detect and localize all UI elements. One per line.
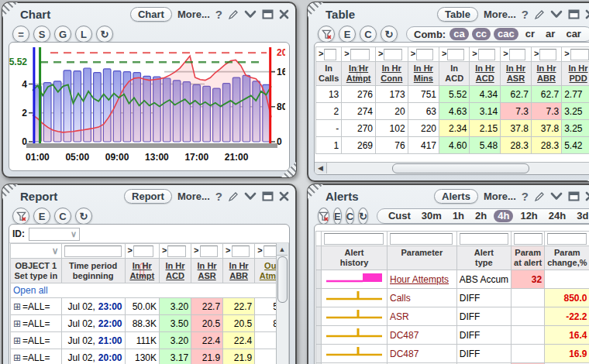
filter-input[interactable] xyxy=(539,49,556,60)
panel-type-button[interactable]: Report xyxy=(124,189,172,204)
column-header[interactable]: In HrMins xyxy=(408,62,439,86)
object-filter-combo[interactable]: ∨ xyxy=(11,244,62,259)
s-button[interactable]: S xyxy=(33,26,50,43)
refresh-icon[interactable]: ↻ xyxy=(96,26,113,43)
filter-input[interactable] xyxy=(447,49,463,60)
column-header[interactable]: Time periodbeginning xyxy=(61,259,125,283)
alert-row[interactable]: DC487DIFF16.9 xyxy=(316,345,589,363)
time-range-12h[interactable]: 12h xyxy=(516,210,541,222)
column-header[interactable]: InCalls xyxy=(316,62,342,86)
table-row[interactable]: 132761737515.524.3462.762.72.77 xyxy=(316,86,589,103)
edit-pencil-icon[interactable] xyxy=(228,9,239,20)
time-range-3d[interactable]: 3d xyxy=(573,210,589,222)
column-header[interactable]: In HrConn xyxy=(376,62,408,86)
report-titlebar[interactable]: Report Report More... ? xyxy=(3,185,295,206)
parameter-link[interactable]: Calls xyxy=(388,289,457,307)
column-header[interactable]: OBJECT 1Set type in xyxy=(11,259,62,283)
report-row[interactable]: ⊞=ALL=Jul 02,22:0088.3K3.5020.520.583. xyxy=(11,315,289,332)
comb-option-car[interactable]: car xyxy=(562,28,585,40)
column-header[interactable]: Alerttype xyxy=(456,246,511,270)
report-row[interactable]: ⊞=ALL=Jul 02,21:00111K3.2022.422.411 xyxy=(11,332,289,349)
time-range-Cust[interactable]: Cust xyxy=(384,210,415,222)
column-header[interactable]: In HrPDD xyxy=(562,62,589,86)
filter-input[interactable] xyxy=(232,246,250,257)
column-header[interactable]: In HrACD xyxy=(470,62,501,86)
column-header[interactable]: In HrASR xyxy=(501,62,532,86)
filter-input[interactable] xyxy=(570,49,589,60)
filter-input[interactable] xyxy=(514,233,542,245)
edit-pencil-icon[interactable] xyxy=(228,191,239,202)
column-header[interactable]: Paramat alert xyxy=(512,246,545,270)
export-button[interactable]: E xyxy=(33,208,50,225)
filter-input[interactable] xyxy=(478,49,495,60)
time-series-chart[interactable]: 0245.5208001600203501:0005:0009:0013:001… xyxy=(9,43,285,167)
filter-input[interactable] xyxy=(547,233,587,245)
filter-input[interactable] xyxy=(167,246,185,257)
collapse-chevron-icon[interactable] xyxy=(244,10,257,19)
help-icon[interactable]: ? xyxy=(522,9,529,20)
parameter-link[interactable]: ASR xyxy=(388,307,457,326)
column-header[interactable]: In HrABR xyxy=(223,259,255,283)
more-button[interactable]: More... xyxy=(177,9,210,20)
time-range-30m[interactable]: 30m xyxy=(418,210,446,222)
more-button[interactable]: More... xyxy=(484,9,516,20)
column-header[interactable]: ⇧In HrAtmpt xyxy=(342,62,376,86)
time-range-1h[interactable]: 1h xyxy=(449,210,468,222)
filter-input[interactable] xyxy=(509,49,526,60)
panel-type-button[interactable]: Alerts xyxy=(434,189,478,204)
expand-plus-icon[interactable]: ⊞ xyxy=(13,318,21,329)
scroll-left-icon[interactable]: ◀ xyxy=(315,163,327,173)
table-row[interactable]: -2701022202.342.1537.837.83.25 xyxy=(316,120,589,137)
scroll-up-icon[interactable]: ▲ xyxy=(277,243,288,256)
comb-option-cr[interactable]: cr xyxy=(522,28,539,40)
filter-input[interactable] xyxy=(460,233,508,245)
maximize-window-icon[interactable] xyxy=(568,191,580,201)
refresh-icon[interactable]: ↻ xyxy=(358,208,368,225)
expand-plus-icon[interactable]: ⊞ xyxy=(13,301,21,312)
maximize-window-icon[interactable] xyxy=(262,191,274,201)
column-header[interactable]: In HrABR xyxy=(531,62,561,86)
clear-button[interactable]: C xyxy=(360,26,377,43)
parameter-link[interactable]: DC487 xyxy=(388,326,457,345)
alert-row[interactable]: CallsDIFF850.0 xyxy=(316,289,589,307)
more-button[interactable]: More... xyxy=(484,191,516,202)
export-button[interactable]: E xyxy=(339,26,356,43)
scrollbar-thumb[interactable] xyxy=(392,163,529,173)
column-header[interactable]: Parameter xyxy=(388,246,457,270)
export-button[interactable]: E xyxy=(333,208,342,225)
panel-type-button[interactable]: Chart xyxy=(130,7,172,22)
parameter-link[interactable]: Hour Attempts xyxy=(388,270,457,289)
filter-funnel-icon[interactable] xyxy=(318,26,335,43)
vertical-scrollbar[interactable]: ▲ xyxy=(276,243,288,364)
clear-button[interactable]: C xyxy=(346,208,354,225)
collapse-chevron-icon[interactable] xyxy=(550,10,563,19)
help-icon[interactable]: ? xyxy=(215,191,222,202)
alert-row[interactable]: DC487DIFF16.4 xyxy=(316,326,589,345)
id-combobox[interactable]: ∨ xyxy=(29,228,80,241)
clear-button[interactable]: C xyxy=(54,208,71,225)
help-icon[interactable]: ? xyxy=(522,191,529,202)
filter-input[interactable] xyxy=(133,246,153,257)
help-icon[interactable]: ? xyxy=(215,9,222,20)
open-all-link[interactable]: Open all xyxy=(11,283,289,298)
column-header[interactable]: Alerthistory xyxy=(322,246,388,270)
close-icon[interactable] xyxy=(585,9,589,19)
comb-option-cac[interactable]: cac xyxy=(494,28,518,40)
comb-option-ca[interactable]: ca xyxy=(450,28,468,40)
collapse-chevron-icon[interactable] xyxy=(550,192,563,201)
more-button[interactable]: More... xyxy=(177,191,210,202)
filter-input[interactable] xyxy=(64,246,122,257)
filter-input[interactable] xyxy=(390,233,453,245)
filter-input[interactable] xyxy=(350,49,370,60)
time-range-2h[interactable]: 2h xyxy=(471,210,491,222)
column-header[interactable]: Paramchange,% xyxy=(545,246,589,270)
table-titlebar[interactable]: Table Table More... ? xyxy=(308,3,589,24)
comb-option-ar[interactable]: ar xyxy=(542,28,559,40)
filter-funnel-icon[interactable] xyxy=(12,208,29,225)
table-row[interactable]: 227420634.633.147.37.33.25 xyxy=(316,103,589,120)
scrollbar-thumb[interactable] xyxy=(277,256,288,303)
filter-input[interactable] xyxy=(384,49,402,60)
filter-input[interactable] xyxy=(416,49,433,60)
horizontal-scrollbar[interactable]: ◀ xyxy=(315,162,589,174)
time-range-4h[interactable]: 4h xyxy=(494,210,513,222)
